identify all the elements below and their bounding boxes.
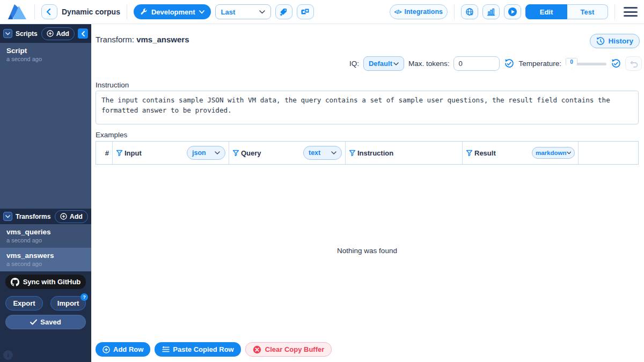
toolbar-right-group: </> Integrations xyxy=(390,4,638,19)
column-header-query: Query text xyxy=(229,142,346,164)
integrations-button[interactable]: </> Integrations xyxy=(390,4,448,19)
query-type-value: text xyxy=(309,149,320,157)
transform-heading: Transform: vms_answers xyxy=(96,35,189,44)
sidebar: Scripts Add Script a second ago Transfor… xyxy=(0,24,91,362)
temperature-slider[interactable]: 0 xyxy=(566,58,606,70)
examples-table-header: # Input json Query text Instruction xyxy=(96,141,639,165)
plus-circle-icon xyxy=(103,346,110,353)
back-button[interactable] xyxy=(41,4,57,19)
column-label: Result xyxy=(474,149,496,157)
column-label: Input xyxy=(125,149,142,157)
add-tag-icon xyxy=(279,8,288,17)
clear-copy-buffer-button[interactable]: Clear Copy Buffer xyxy=(245,342,332,357)
filter-icon[interactable] xyxy=(232,150,239,157)
undo-button[interactable] xyxy=(625,56,642,71)
paste-row-icon xyxy=(162,346,170,353)
error-circle-icon xyxy=(253,345,261,354)
development-mode-button[interactable]: Development xyxy=(134,4,211,19)
script-item-timestamp: a second ago xyxy=(6,56,85,62)
bar-chart-icon xyxy=(487,8,495,16)
test-tab[interactable]: Test xyxy=(567,4,608,19)
main-panel: Transform: vms_answers History IQ: Defau… xyxy=(91,24,644,362)
sidebar-collapse-button[interactable] xyxy=(78,28,88,39)
transform-list-item[interactable]: vms_queries a second ago xyxy=(0,224,91,248)
column-header-result: Result markdown xyxy=(463,142,579,164)
transforms-collapse-toggle[interactable] xyxy=(3,212,12,221)
iq-select-value: Default xyxy=(369,60,392,68)
plus-circle-icon xyxy=(47,30,54,37)
query-type-select[interactable]: text xyxy=(303,146,342,160)
chevron-down-icon xyxy=(5,32,10,35)
history-button[interactable]: History xyxy=(590,34,640,48)
reset-temperature-icon[interactable] xyxy=(611,58,621,69)
import-help-badge[interactable]: ? xyxy=(80,293,88,301)
scripts-section-label: Scripts xyxy=(16,30,38,38)
check-icon xyxy=(30,319,37,325)
add-script-button[interactable]: Add xyxy=(41,27,75,40)
paste-copied-row-button[interactable]: Paste Copied Row xyxy=(155,342,240,357)
reset-tokens-icon[interactable] xyxy=(504,58,514,69)
chevron-down-icon xyxy=(215,151,220,154)
add-transform-button[interactable]: Add xyxy=(55,210,88,223)
export-label: Export xyxy=(13,299,35,307)
run-button[interactable] xyxy=(504,4,521,19)
iq-label: IQ: xyxy=(349,60,359,68)
max-tokens-input[interactable] xyxy=(453,56,500,71)
transform-item-title: vms_answers xyxy=(6,252,85,260)
chevron-left-icon xyxy=(46,9,51,15)
edit-test-toggle: Edit Test xyxy=(525,4,608,19)
paste-copied-row-label: Paste Copied Row xyxy=(173,345,233,353)
menu-icon[interactable] xyxy=(624,7,638,17)
chevron-down-icon xyxy=(199,10,204,14)
version-select[interactable]: Last xyxy=(215,4,271,19)
export-button[interactable]: Export xyxy=(5,296,43,311)
sync-github-label: Sync with GitHub xyxy=(23,278,81,286)
script-list-item[interactable]: Script a second ago xyxy=(0,43,91,67)
input-type-value: json xyxy=(192,149,206,157)
export-import-row: Export Import ? xyxy=(5,296,86,311)
filter-icon[interactable] xyxy=(466,150,473,157)
clear-copy-buffer-label: Clear Copy Buffer xyxy=(265,345,325,353)
slider-handle[interactable]: 0 xyxy=(566,58,577,69)
examples-label: Examples xyxy=(96,131,127,139)
web-preview-button[interactable] xyxy=(461,4,478,19)
chevron-down-icon xyxy=(393,62,399,65)
scripts-collapse-toggle[interactable] xyxy=(3,29,12,38)
chevron-down-icon xyxy=(331,151,336,154)
play-icon xyxy=(508,7,517,17)
instruction-label: Instruction xyxy=(96,81,129,89)
import-button[interactable]: Import ? xyxy=(50,296,86,311)
filter-icon[interactable] xyxy=(349,150,356,157)
chevron-down-icon xyxy=(259,10,265,14)
divider xyxy=(34,4,35,19)
instruction-textarea[interactable]: The input contains sample JSON with VM d… xyxy=(96,91,639,124)
add-row-button[interactable]: Add Row xyxy=(96,342,150,357)
column-label: Query xyxy=(241,149,261,157)
import-label: Import xyxy=(57,299,79,307)
input-type-select[interactable]: json xyxy=(187,146,225,160)
stats-button[interactable] xyxy=(482,4,500,19)
result-type-select[interactable]: markdown xyxy=(532,147,575,159)
add-tag-button[interactable] xyxy=(275,4,292,19)
transforms-section-header: Transforms Add xyxy=(0,209,91,224)
transform-list-item-selected[interactable]: vms_answers a second ago xyxy=(0,248,91,271)
sync-github-button[interactable]: Sync with GitHub xyxy=(5,275,86,289)
transform-item-timestamp: a second ago xyxy=(6,237,85,243)
info-icon: i xyxy=(3,350,13,360)
divider xyxy=(614,4,615,19)
duplicate-button[interactable] xyxy=(297,4,314,19)
model-controls: IQ: Default Max. tokens: Temperature: 0 xyxy=(349,56,642,71)
duplicate-icon xyxy=(301,8,310,16)
empty-table-message: Nothing was found xyxy=(96,247,639,255)
top-toolbar: Dynamic corpus Development Last xyxy=(0,0,644,24)
column-header-input: Input json xyxy=(113,142,229,164)
development-label: Development xyxy=(151,8,195,16)
app-logo-icon xyxy=(6,3,28,21)
column-header-instruction: Instruction xyxy=(346,142,463,164)
result-type-value: markdown xyxy=(536,150,567,156)
edit-tab[interactable]: Edit xyxy=(525,4,567,19)
filter-icon[interactable] xyxy=(116,150,123,157)
saved-status-button[interactable]: Saved xyxy=(5,315,86,329)
iq-select[interactable]: Default xyxy=(363,56,404,71)
history-icon xyxy=(596,37,605,46)
